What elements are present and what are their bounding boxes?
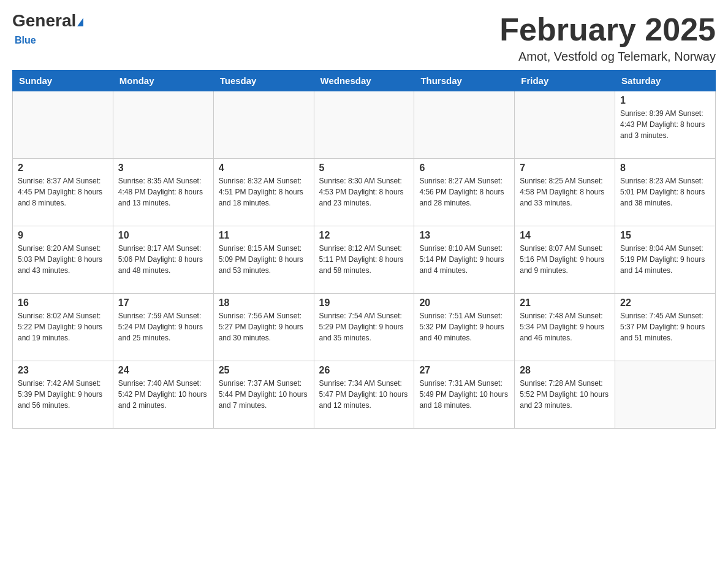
day-info: Sunrise: 8:30 AM Sunset: 4:53 PM Dayligh… [319,175,409,209]
logo-general-text: General [12,11,76,30]
day-number: 24 [118,365,208,376]
calendar-header-monday: Monday [113,71,213,91]
calendar-cell: 9Sunrise: 8:20 AM Sunset: 5:03 PM Daylig… [13,226,113,294]
title-section: February 2025 Amot, Vestfold og Telemark… [499,12,716,64]
calendar-cell: 5Sunrise: 8:30 AM Sunset: 4:53 PM Daylig… [314,159,414,226]
calendar-title: February 2025 [499,12,716,47]
day-info: Sunrise: 8:12 AM Sunset: 5:11 PM Dayligh… [319,243,409,276]
day-number: 13 [419,230,509,241]
calendar-cell [615,361,716,429]
calendar-subtitle: Amot, Vestfold og Telemark, Norway [499,50,716,64]
page: General Blue February 2025 Amot, Vestfol… [12,12,716,429]
day-info: Sunrise: 8:10 AM Sunset: 5:14 PM Dayligh… [419,243,509,276]
calendar-cell: 6Sunrise: 8:27 AM Sunset: 4:56 PM Daylig… [414,159,515,226]
day-info: Sunrise: 7:31 AM Sunset: 5:49 PM Dayligh… [419,378,509,411]
calendar-cell [515,91,615,159]
day-number: 3 [118,163,208,174]
logo-triangle-icon [77,18,83,26]
day-info: Sunrise: 7:37 AM Sunset: 5:44 PM Dayligh… [219,378,309,411]
day-info: Sunrise: 8:04 AM Sunset: 5:19 PM Dayligh… [620,243,710,276]
day-info: Sunrise: 7:40 AM Sunset: 5:42 PM Dayligh… [118,378,208,411]
calendar-cell: 12Sunrise: 8:12 AM Sunset: 5:11 PM Dayli… [314,226,414,294]
calendar-week-3: 9Sunrise: 8:20 AM Sunset: 5:03 PM Daylig… [13,226,716,294]
calendar-cell: 4Sunrise: 8:32 AM Sunset: 4:51 PM Daylig… [213,159,314,226]
day-number: 1 [620,95,710,106]
day-info: Sunrise: 7:45 AM Sunset: 5:37 PM Dayligh… [620,310,710,343]
calendar-header-friday: Friday [515,71,615,91]
calendar-cell: 18Sunrise: 7:56 AM Sunset: 5:27 PM Dayli… [213,294,314,361]
calendar-cell: 10Sunrise: 8:17 AM Sunset: 5:06 PM Dayli… [113,226,213,294]
calendar-header-saturday: Saturday [615,71,716,91]
calendar-cell: 25Sunrise: 7:37 AM Sunset: 5:44 PM Dayli… [213,361,314,429]
day-info: Sunrise: 8:25 AM Sunset: 4:58 PM Dayligh… [520,175,610,209]
day-number: 21 [520,297,610,308]
day-info: Sunrise: 8:02 AM Sunset: 5:22 PM Dayligh… [18,310,108,343]
calendar-cell: 28Sunrise: 7:28 AM Sunset: 5:52 PM Dayli… [515,361,615,429]
calendar-cell: 24Sunrise: 7:40 AM Sunset: 5:42 PM Dayli… [113,361,213,429]
calendar-cell [213,91,314,159]
day-number: 26 [319,365,409,376]
calendar-cell [414,91,515,159]
calendar-cell: 22Sunrise: 7:45 AM Sunset: 5:37 PM Dayli… [615,294,716,361]
day-number: 11 [219,230,309,241]
calendar-cell: 13Sunrise: 8:10 AM Sunset: 5:14 PM Dayli… [414,226,515,294]
day-info: Sunrise: 8:07 AM Sunset: 5:16 PM Dayligh… [520,243,610,276]
calendar-cell: 26Sunrise: 7:34 AM Sunset: 5:47 PM Dayli… [314,361,414,429]
day-number: 27 [419,365,509,376]
day-info: Sunrise: 7:54 AM Sunset: 5:29 PM Dayligh… [319,310,409,343]
day-info: Sunrise: 8:32 AM Sunset: 4:51 PM Dayligh… [219,175,309,209]
calendar-cell: 7Sunrise: 8:25 AM Sunset: 4:58 PM Daylig… [515,159,615,226]
day-number: 18 [219,297,309,308]
calendar-cell: 15Sunrise: 8:04 AM Sunset: 5:19 PM Dayli… [615,226,716,294]
day-info: Sunrise: 8:20 AM Sunset: 5:03 PM Dayligh… [18,243,108,276]
calendar-header-sunday: Sunday [13,71,113,91]
header: General Blue February 2025 Amot, Vestfol… [12,12,716,64]
calendar-cell: 20Sunrise: 7:51 AM Sunset: 5:32 PM Dayli… [414,294,515,361]
day-info: Sunrise: 8:15 AM Sunset: 5:09 PM Dayligh… [219,243,309,276]
calendar-header-wednesday: Wednesday [314,71,414,91]
day-number: 2 [18,163,108,174]
day-number: 12 [319,230,409,241]
calendar-week-2: 2Sunrise: 8:37 AM Sunset: 4:45 PM Daylig… [13,159,716,226]
calendar-header-row: SundayMondayTuesdayWednesdayThursdayFrid… [13,71,716,91]
day-number: 8 [620,163,710,174]
day-number: 5 [319,163,409,174]
day-number: 20 [419,297,509,308]
calendar-header-thursday: Thursday [414,71,515,91]
day-info: Sunrise: 8:27 AM Sunset: 4:56 PM Dayligh… [419,175,509,209]
calendar-cell: 11Sunrise: 8:15 AM Sunset: 5:09 PM Dayli… [213,226,314,294]
day-number: 28 [520,365,610,376]
day-number: 14 [520,230,610,241]
day-info: Sunrise: 8:23 AM Sunset: 5:01 PM Dayligh… [620,175,710,209]
logo-blue-text: Blue [12,35,36,45]
calendar-cell: 23Sunrise: 7:42 AM Sunset: 5:39 PM Dayli… [13,361,113,429]
day-info: Sunrise: 7:42 AM Sunset: 5:39 PM Dayligh… [18,378,108,411]
day-info: Sunrise: 8:39 AM Sunset: 4:43 PM Dayligh… [620,108,710,141]
calendar-cell: 14Sunrise: 8:07 AM Sunset: 5:16 PM Dayli… [515,226,615,294]
day-number: 4 [219,163,309,174]
day-info: Sunrise: 7:48 AM Sunset: 5:34 PM Dayligh… [520,310,610,343]
day-number: 23 [18,365,108,376]
day-number: 22 [620,297,710,308]
day-info: Sunrise: 7:34 AM Sunset: 5:47 PM Dayligh… [319,378,409,411]
calendar-week-5: 23Sunrise: 7:42 AM Sunset: 5:39 PM Dayli… [13,361,716,429]
calendar-week-1: 1Sunrise: 8:39 AM Sunset: 4:43 PM Daylig… [13,91,716,159]
calendar-cell: 1Sunrise: 8:39 AM Sunset: 4:43 PM Daylig… [615,91,716,159]
day-info: Sunrise: 8:37 AM Sunset: 4:45 PM Dayligh… [18,175,108,209]
calendar-cell: 8Sunrise: 8:23 AM Sunset: 5:01 PM Daylig… [615,159,716,226]
calendar-table: SundayMondayTuesdayWednesdayThursdayFrid… [12,70,716,429]
day-info: Sunrise: 7:28 AM Sunset: 5:52 PM Dayligh… [520,378,610,411]
logo: General Blue [12,12,83,47]
day-info: Sunrise: 7:51 AM Sunset: 5:32 PM Dayligh… [419,310,509,343]
calendar-cell [113,91,213,159]
day-number: 25 [219,365,309,376]
calendar-cell [13,91,113,159]
day-number: 7 [520,163,610,174]
calendar-header-tuesday: Tuesday [213,71,314,91]
day-number: 6 [419,163,509,174]
day-number: 10 [118,230,208,241]
day-info: Sunrise: 8:35 AM Sunset: 4:48 PM Dayligh… [118,175,208,209]
day-number: 17 [118,297,208,308]
calendar-cell: 16Sunrise: 8:02 AM Sunset: 5:22 PM Dayli… [13,294,113,361]
calendar-cell: 19Sunrise: 7:54 AM Sunset: 5:29 PM Dayli… [314,294,414,361]
